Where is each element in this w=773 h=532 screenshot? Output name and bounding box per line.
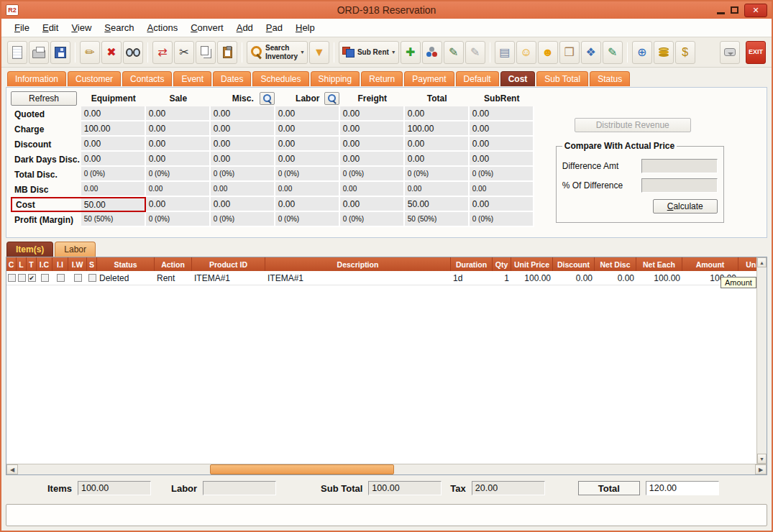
print-button[interactable] bbox=[29, 41, 49, 64]
calculate-button-label: Calculate bbox=[667, 201, 703, 211]
tab-information[interactable]: Information bbox=[7, 71, 66, 86]
tab-customer[interactable]: Customer bbox=[68, 71, 121, 86]
menu-item-convert[interactable]: Convert bbox=[185, 20, 229, 35]
checkbox-unchecked[interactable] bbox=[8, 274, 16, 282]
customer-smiley-button[interactable]: ☺ bbox=[516, 41, 536, 64]
search-inventory-button[interactable]: Search Inventory▼ bbox=[247, 41, 308, 64]
customer-note-button[interactable]: ☻ bbox=[538, 41, 558, 64]
tab-sub-total[interactable]: Sub Total bbox=[536, 71, 588, 86]
calculate-button[interactable]: Calculate bbox=[653, 199, 718, 214]
cost-value-cell: 0.00 bbox=[405, 152, 470, 167]
cost-value-cell: 0.00 bbox=[81, 182, 146, 197]
menu-item-pad[interactable]: Pad bbox=[260, 20, 288, 35]
menu-item-search[interactable]: Search bbox=[99, 20, 139, 35]
convert-export-button[interactable]: ⇄ bbox=[152, 41, 173, 64]
tab-default[interactable]: Default bbox=[456, 71, 499, 86]
site-building-icon: ▤ bbox=[498, 45, 511, 60]
items-tabstrip: Item(s)Labor bbox=[1, 240, 772, 257]
menu-item-add[interactable]: Add bbox=[231, 20, 259, 35]
refresh-cell: Refresh bbox=[11, 91, 81, 106]
menu-item-edit[interactable]: Edit bbox=[37, 20, 64, 35]
cut-button[interactable]: ✂ bbox=[174, 41, 194, 64]
scroll-track[interactable] bbox=[18, 464, 755, 474]
tab-event[interactable]: Event bbox=[173, 71, 211, 86]
new-document-button[interactable] bbox=[7, 41, 27, 64]
tab-status[interactable]: Status bbox=[590, 71, 630, 86]
tab-contacts[interactable]: Contacts bbox=[122, 71, 172, 86]
cost-side-panel: Distribute Revenue Compare With Actual P… bbox=[534, 88, 767, 237]
minimize-button[interactable] bbox=[717, 12, 725, 14]
edit-pencil-button[interactable]: ✏ bbox=[80, 41, 100, 64]
checkbox-unchecked[interactable] bbox=[88, 274, 96, 282]
toolbar-separator bbox=[75, 42, 76, 63]
find-binoculars-button[interactable] bbox=[123, 41, 143, 64]
tab-cost[interactable]: Cost bbox=[500, 71, 536, 86]
refresh-button[interactable]: Refresh bbox=[11, 91, 77, 106]
copy-button[interactable] bbox=[196, 41, 216, 64]
scroll-up-icon[interactable]: ▲ bbox=[757, 257, 767, 267]
close-button[interactable]: ✕ bbox=[744, 4, 767, 17]
delete-button[interactable]: ✖ bbox=[101, 41, 122, 64]
menu-item-actions[interactable]: Actions bbox=[142, 20, 184, 35]
grid-column-discount: Discount bbox=[553, 257, 595, 271]
filter-button[interactable]: ▼ bbox=[309, 41, 329, 64]
scroll-down-icon[interactable]: ▼ bbox=[757, 454, 767, 464]
sub-rent-button[interactable]: Sub Rent▼ bbox=[339, 41, 399, 64]
add-button[interactable]: ✚ bbox=[401, 41, 421, 64]
notes-disabled-button[interactable]: ✎ bbox=[465, 41, 485, 64]
money-button[interactable]: $ bbox=[675, 41, 695, 64]
scroll-left-icon[interactable]: ◀ bbox=[6, 464, 18, 474]
menu-item-help[interactable]: Help bbox=[290, 20, 321, 35]
paste-button[interactable] bbox=[217, 41, 237, 64]
labor-search-button[interactable] bbox=[324, 92, 339, 105]
coins-button[interactable] bbox=[654, 41, 674, 64]
tab-shipping[interactable]: Shipping bbox=[311, 71, 360, 86]
cost-column-freight: Freight bbox=[340, 91, 405, 106]
menu-item-view[interactable]: View bbox=[65, 20, 97, 35]
edit-note-button[interactable]: ✎ bbox=[603, 41, 623, 64]
distribute-revenue-button[interactable]: Distribute Revenue bbox=[575, 118, 691, 132]
horizontal-scrollbar[interactable]: ◀ ▶ bbox=[6, 464, 767, 474]
tab-schedules[interactable]: Schedules bbox=[252, 71, 308, 86]
package-box-button[interactable]: ❒ bbox=[559, 41, 580, 64]
tab-return[interactable]: Return bbox=[361, 71, 403, 86]
cost-value-cell: 0 (0%) bbox=[470, 167, 534, 182]
cost-row-charge: Charge100.000.000.000.000.00100.000.00 bbox=[11, 121, 534, 137]
pct-of-difference-field[interactable] bbox=[641, 178, 718, 193]
cost-table-area: Refresh EquipmentSaleMisc.LaborFreightTo… bbox=[6, 88, 534, 237]
checkbox-unchecked[interactable] bbox=[18, 274, 26, 282]
inventory-cubes-button[interactable]: ❖ bbox=[581, 41, 601, 64]
cost-value-cell: 0.00 bbox=[146, 106, 211, 121]
item-row[interactable]: ✔DeletedRentITEMA#1ITEMA#11d1100.000.000… bbox=[6, 271, 767, 285]
maximize-button[interactable] bbox=[731, 6, 738, 14]
notes-button[interactable]: ✎ bbox=[444, 41, 464, 64]
vertical-scrollbar[interactable]: ▲ ▼ bbox=[756, 257, 767, 464]
menu-item-file[interactable]: File bbox=[9, 20, 35, 35]
availability-button[interactable] bbox=[422, 41, 442, 64]
cost-value-cell: 0.00 bbox=[81, 106, 146, 121]
checkbox-unchecked[interactable] bbox=[41, 274, 49, 282]
misc-search-button[interactable] bbox=[260, 92, 275, 105]
exit-button[interactable]: EXIT bbox=[746, 41, 766, 64]
checkbox-unchecked[interactable] bbox=[57, 274, 65, 282]
items-tab-item-s[interactable]: Item(s) bbox=[6, 242, 53, 257]
cost-value-cell: 0.00 bbox=[81, 152, 146, 167]
web-globe-button[interactable]: ⊕ bbox=[632, 41, 652, 64]
cost-value-cell: 50 (50%) bbox=[81, 212, 146, 227]
checkbox-checked[interactable]: ✔ bbox=[28, 274, 36, 282]
difference-amt-field[interactable] bbox=[641, 159, 718, 173]
tab-dates[interactable]: Dates bbox=[213, 71, 251, 86]
cost-value-cell: 0.00 bbox=[340, 121, 405, 137]
save-button[interactable] bbox=[50, 41, 70, 64]
grid-column-description: Description bbox=[265, 257, 451, 271]
exit-label: EXIT bbox=[749, 48, 763, 55]
cost-value-cell: 0.00 bbox=[340, 106, 405, 121]
comment-bubble-button[interactable] bbox=[720, 41, 740, 64]
scroll-thumb[interactable] bbox=[210, 464, 394, 474]
scroll-right-icon[interactable]: ▶ bbox=[755, 464, 767, 474]
checkbox-unchecked[interactable] bbox=[74, 274, 82, 282]
cost-row-mb-disc: MB Disc0.000.000.000.000.000.000.00 bbox=[11, 182, 534, 197]
tab-payment[interactable]: Payment bbox=[404, 71, 454, 86]
items-tab-labor[interactable]: Labor bbox=[55, 242, 96, 257]
site-building-button[interactable]: ▤ bbox=[495, 41, 515, 64]
